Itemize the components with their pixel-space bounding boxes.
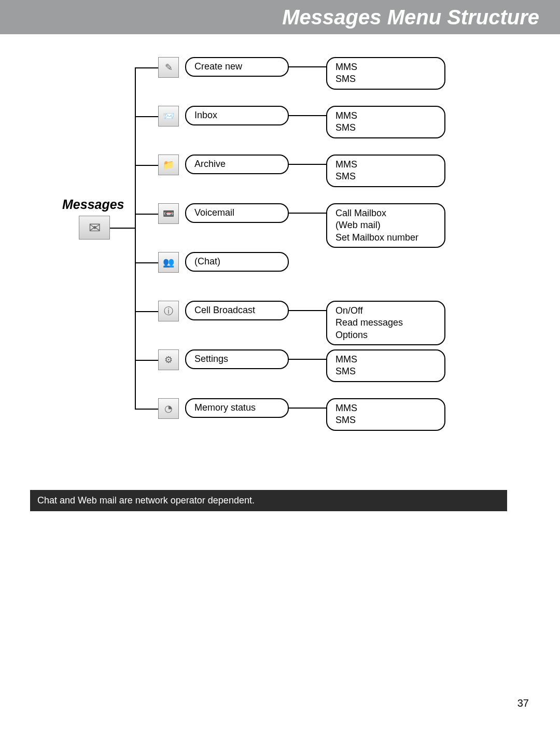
settings-icon: ⚙ — [158, 349, 179, 370]
footnote-bar: Chat and Web mail are network operator d… — [30, 490, 507, 511]
menu-row-cell-broadcast: ⓘ Cell Broadcast On/Off Read messages Op… — [158, 301, 445, 345]
menu-row-settings: ⚙ Settings MMS SMS — [158, 349, 445, 382]
memory-status-icon: ◔ — [158, 398, 179, 419]
menu-item-inbox: Inbox — [185, 106, 289, 125]
menu-item-archive: Archive — [185, 155, 289, 174]
menu-item-chat: (Chat) — [185, 252, 289, 272]
create-new-icon: ✎ — [158, 57, 179, 78]
submenu-create-new: MMS SMS — [326, 57, 445, 90]
menu-item-cell-broadcast: Cell Broadcast — [185, 301, 289, 320]
submenu-voicemail: Call Mailbox (Web mail) Set Mailbox numb… — [326, 203, 445, 248]
messages-icon: ✉ — [79, 216, 110, 240]
submenu-archive: MMS SMS — [326, 155, 445, 187]
chat-icon: 👥 — [158, 252, 179, 273]
page-number: 37 — [517, 697, 529, 709]
header-bar: Messages Menu Structure — [0, 0, 560, 34]
voicemail-icon: 📼 — [158, 203, 179, 224]
inbox-icon: 📨 — [158, 106, 179, 127]
menu-row-archive: 📁 Archive MMS SMS — [158, 155, 445, 187]
menu-row-memory-status: ◔ Memory status MMS SMS — [158, 398, 445, 431]
footnote-text: Chat and Web mail are network operator d… — [37, 495, 255, 506]
menu-item-memory-status: Memory status — [185, 398, 289, 418]
cell-broadcast-icon: ⓘ — [158, 301, 179, 321]
menu-item-voicemail: Voicemail — [185, 203, 289, 223]
root-label: Messages — [62, 197, 124, 212]
page-title: Messages Menu Structure — [282, 6, 539, 29]
submenu-memory-status: MMS SMS — [326, 398, 445, 431]
submenu-inbox: MMS SMS — [326, 106, 445, 138]
menu-row-create-new: ✎ Create new MMS SMS — [158, 57, 445, 90]
menu-row-voicemail: 📼 Voicemail Call Mailbox (Web mail) Set … — [158, 203, 445, 248]
menu-row-chat: 👥 (Chat) — [158, 252, 289, 273]
archive-icon: 📁 — [158, 155, 179, 175]
submenu-cell-broadcast: On/Off Read messages Options — [326, 301, 445, 345]
menu-diagram: Messages ✉ ✎ Create new MMS SMS 📨 Inbox … — [31, 47, 508, 472]
menu-item-settings: Settings — [185, 349, 289, 369]
submenu-settings: MMS SMS — [326, 349, 445, 382]
menu-row-inbox: 📨 Inbox MMS SMS — [158, 106, 445, 138]
menu-item-create-new: Create new — [185, 57, 289, 77]
